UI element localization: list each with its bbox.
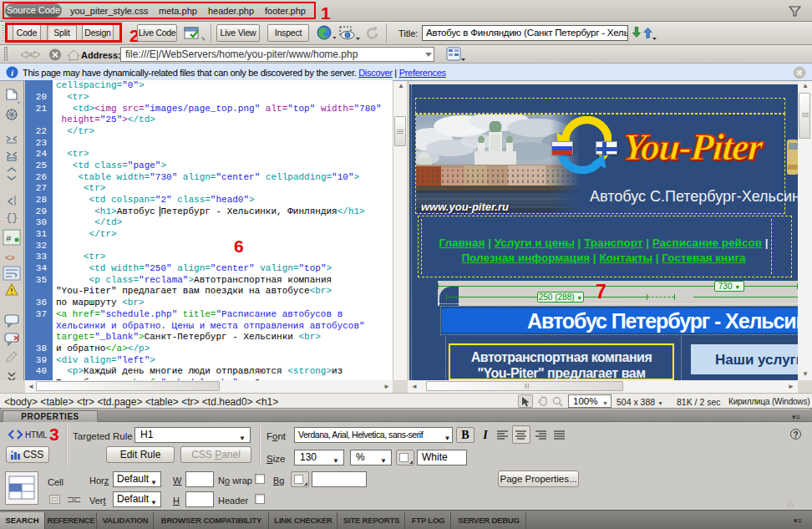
svg-text:#: # — [6, 234, 12, 244]
svg-text:<>: <> — [5, 254, 15, 263]
svg-text:{}: {} — [6, 212, 18, 224]
